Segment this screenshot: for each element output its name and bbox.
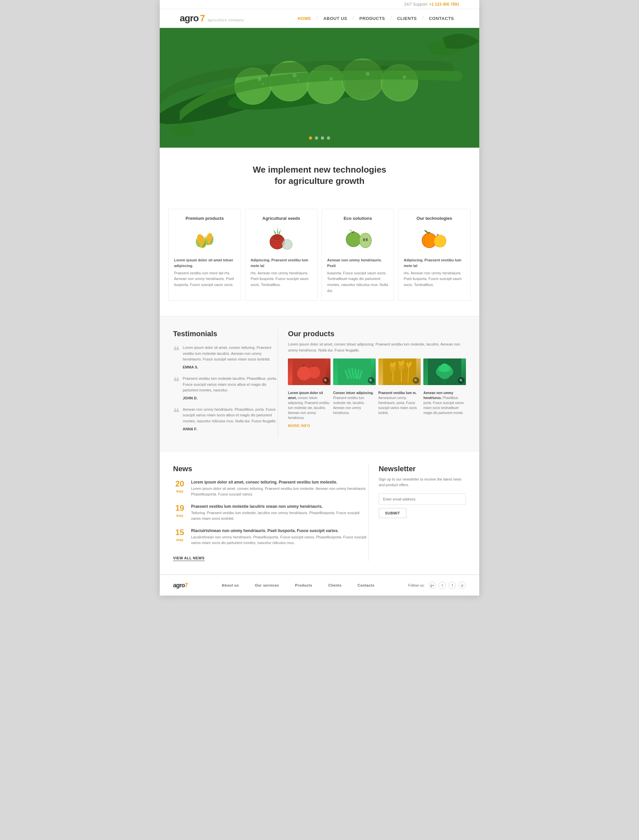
our-products-heading: Our products xyxy=(288,330,466,338)
hero-dot-3[interactable] xyxy=(321,136,324,139)
svg-point-75 xyxy=(445,365,451,372)
feature-img-premium xyxy=(174,226,235,253)
header: agro7 agriculture company HOME / ABOUT U… xyxy=(160,9,479,28)
hero-dots xyxy=(309,136,330,139)
facebook-icon[interactable]: f xyxy=(449,582,456,589)
news-day-0: 20 xyxy=(173,480,186,488)
news-text-0: Lorem ipsum dolor sit amet, consec tetlu… xyxy=(191,486,369,498)
quote-mark-2: ❝ xyxy=(173,407,180,432)
news-section: News 20 may Lorem ipsum dolor sit amet, … xyxy=(173,464,369,561)
feature-card-premium: Premium products xyxy=(168,209,241,301)
pinterest-icon[interactable]: p xyxy=(459,582,466,589)
feature-title-0: Premium products xyxy=(174,216,235,221)
quote-mark-0: ❝ xyxy=(173,345,180,370)
footer-nav-contacts[interactable]: Contacts xyxy=(352,583,380,587)
more-info-link[interactable]: MORE INFO xyxy=(288,424,310,428)
news-month-0: may xyxy=(176,489,183,493)
news-item-0: 20 may Lorem ipsum dolor sit amet, conse… xyxy=(173,480,369,498)
news-content-0: Lorem ipsum dolor sit amet, consec tetlu… xyxy=(191,480,369,498)
news-text-2: Laculirshnean non ummy hendriauris. Phas… xyxy=(191,534,369,546)
news-heading: News xyxy=(173,464,369,473)
tagline-heading: We implement new technologies for agricu… xyxy=(173,164,466,187)
support-label: 24/7 Support: xyxy=(404,2,428,6)
hero-dot-2[interactable] xyxy=(315,136,318,139)
footer: agro7 About us Our services Products Cli… xyxy=(160,574,479,596)
our-products-intro: Lorem ipsum dolor sit amet, consec tetue… xyxy=(288,342,466,353)
newsletter-email-input[interactable] xyxy=(379,493,466,505)
logo-number: 7 xyxy=(200,13,205,24)
testimonial-text-1: Praesent vestibu lum molestie laculiris.… xyxy=(183,376,278,401)
apple-illustration xyxy=(343,228,373,251)
hero-dot-1[interactable] xyxy=(309,136,312,139)
nav-about[interactable]: ABOUT US xyxy=(318,16,353,21)
view-all-news-link[interactable]: VIEW ALL NEWS xyxy=(173,556,205,561)
newsletter-desc: Sign up to our newsletter to receive the… xyxy=(379,477,466,488)
nav-home[interactable]: HOME xyxy=(292,16,316,21)
news-title-0: Lorem ipsum dolor sit amet, consec tetlu… xyxy=(191,480,369,485)
newsletter-heading: Newsletter xyxy=(379,464,466,473)
newsletter-section: Newsletter Sign up to our newsletter to … xyxy=(369,464,466,561)
footer-nav: About us Our services Products Clients C… xyxy=(216,583,380,587)
news-content-2: Rlaciulrtshnean non ummy hendriauris. Ps… xyxy=(191,528,369,546)
footer-social: Follow us: g+ t f p xyxy=(408,582,466,589)
footer-nav-services[interactable]: Our services xyxy=(250,583,285,587)
product-thumb-apples: 🔍 xyxy=(288,358,331,385)
news-date-0: 20 may xyxy=(173,480,186,498)
feature-img-seeds xyxy=(251,226,312,253)
feature-title-2: Eco solutions xyxy=(327,216,388,221)
google-plus-icon[interactable]: g+ xyxy=(429,582,436,589)
svg-point-37 xyxy=(366,238,368,241)
footer-logo-text: agro xyxy=(173,582,185,589)
footer-logo[interactable]: agro7 xyxy=(173,582,188,589)
product-thumb-broccoli: 🔍 xyxy=(423,358,466,385)
nav-products[interactable]: PRODUCTS xyxy=(354,16,390,21)
corn-illustration xyxy=(190,228,220,250)
feature-img-tech xyxy=(404,226,465,253)
testimonial-item-1: ❝ Praesent vestibu lum molestie laculiri… xyxy=(173,376,278,401)
product-thumb-wheat: 🔍 xyxy=(378,358,421,385)
svg-point-36 xyxy=(363,238,365,241)
nav-clients[interactable]: CLIENTS xyxy=(392,16,422,21)
feature-desc-2: Aenean non ummy hendriauris. Pseli liusp… xyxy=(327,257,388,294)
hero-dot-4[interactable] xyxy=(327,136,330,139)
feature-desc-1: Adipiscing. Praesent vestibu lum mete la… xyxy=(251,257,312,288)
product-zoom-beans[interactable]: 🔍 xyxy=(368,377,374,384)
logo[interactable]: agro7 agriculture company xyxy=(180,13,244,24)
top-bar: 24/7 Support: +1 123 456 7891 xyxy=(160,0,479,9)
feature-desc-0: Lorem ipsum dolor sit amet tetuer adipis… xyxy=(174,257,235,288)
news-title-2: Rlaciulrtshnean non ummy hendriauris. Ps… xyxy=(191,528,369,533)
nav-contacts[interactable]: CONTACTS xyxy=(424,16,459,21)
testimonial-author-1: JOHN D. xyxy=(183,396,198,400)
footer-nav-products[interactable]: Products xyxy=(289,583,318,587)
testimonial-author-2: ANNA F. xyxy=(183,427,197,431)
testimonial-author-0: EMMA S. xyxy=(183,365,199,369)
testimonial-item-0: ❝ Lorem ipsum dolor sit amet, consec tet… xyxy=(173,345,278,370)
products-descriptions: Lorem ipsum dolor sit amet, consec tetue… xyxy=(288,390,466,428)
products-thumbnails-grid: 🔍 xyxy=(288,358,466,385)
testimonials-heading: Testimonials xyxy=(173,330,278,338)
testimonial-item-2: ❝ Aenean non ummy hendriauris. Phasellib… xyxy=(173,407,278,432)
svg-point-74 xyxy=(438,365,445,372)
news-month-2: may xyxy=(176,538,183,542)
product-thumb-beans: 🔍 xyxy=(333,358,376,385)
product-desc-1: Consec tetuer adipiscing. Praesent vesti… xyxy=(333,390,376,428)
news-content-1: Praesent vestibu lum molestie laculiris … xyxy=(191,504,369,522)
svg-point-46 xyxy=(308,366,320,379)
feature-desc-3: Adipiscing. Praesent vestibu lum mete la… xyxy=(404,257,465,288)
svg-rect-47 xyxy=(338,358,371,385)
feature-title-3: Our technologies xyxy=(404,216,465,221)
phone-link[interactable]: +1 123 456 7891 xyxy=(429,2,459,6)
feature-card-tech: Our technologies xyxy=(398,209,471,301)
bottom-section: News 20 may Lorem ipsum dolor sit amet, … xyxy=(160,451,479,575)
footer-nav-clients[interactable]: Clients xyxy=(323,583,347,587)
tagline-line1: We implement new technologies xyxy=(253,165,386,174)
newsletter-submit-button[interactable]: SUBMIT xyxy=(379,508,406,518)
footer-nav-about[interactable]: About us xyxy=(216,583,244,587)
news-date-2: 15 may xyxy=(173,528,186,546)
twitter-icon[interactable]: t xyxy=(439,582,446,589)
testimonial-text-2: Aenean non ummy hendriauris. Phasellibus… xyxy=(183,407,278,432)
product-desc-0: Lorem ipsum dolor sit amet, consec tetue… xyxy=(288,390,331,428)
news-day-2: 15 xyxy=(173,528,186,536)
hero-illustration xyxy=(160,28,479,147)
features-grid: Premium products xyxy=(160,200,479,316)
